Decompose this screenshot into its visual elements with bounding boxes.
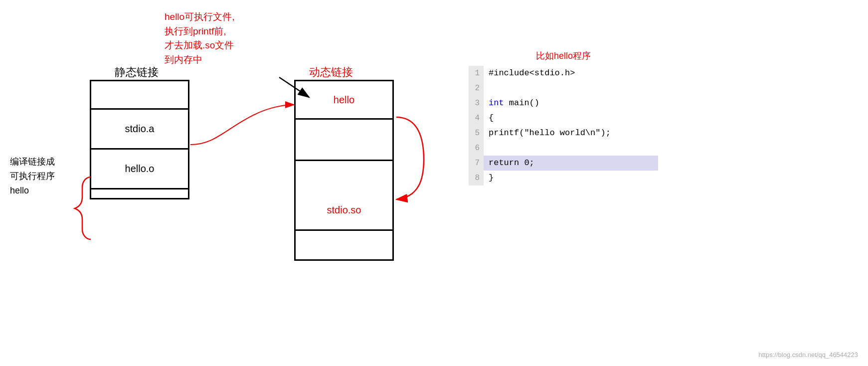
- balloon-line-3: 才去加载.so文件: [165, 38, 234, 53]
- dynamic-label: 动态链接: [309, 65, 353, 80]
- footer-url: https://blog.csdn.net/qq_46544223: [759, 351, 859, 359]
- static-bottom-rail: [90, 189, 189, 199]
- left-ann-line-1: 编译链接成: [10, 155, 55, 169]
- line-code-5: printf("hello world\n");: [484, 126, 611, 141]
- code-panel: 比如hello程序 1#include<stdio.h>23int main()…: [469, 50, 658, 185]
- line-number-4: 4: [469, 111, 484, 126]
- balloon-annotation: hello可执行文件, 执行到printf前, 才去加载.so文件 到内存中: [165, 10, 234, 67]
- line-number-1: 1: [469, 66, 484, 81]
- static-section: 静态链接 stdio.a hello.o: [90, 80, 189, 199]
- line-number-8: 8: [469, 171, 484, 185]
- line-code-1: #include<stdio.h>: [484, 66, 575, 81]
- dynamic-section: 动态链接 hello stdio.so: [294, 80, 394, 261]
- static-cell-stdio: stdio.a: [90, 110, 189, 150]
- code-line-2: 2: [469, 81, 658, 96]
- dynamic-stack: hello stdio.so: [294, 80, 394, 261]
- dynamic-gap-1: [294, 120, 394, 160]
- code-title: 比如hello程序: [469, 50, 658, 62]
- dynamic-cell-stdio: stdio.so: [294, 191, 394, 231]
- line-number-3: 3: [469, 96, 484, 111]
- left-annotation: 编译链接成 可执行程序 hello: [10, 155, 55, 197]
- line-number-2: 2: [469, 81, 484, 96]
- code-line-7: 7 return 0;: [469, 156, 658, 171]
- code-line-1: 1#include<stdio.h>: [469, 66, 658, 81]
- code-block: 1#include<stdio.h>23int main()4{5 printf…: [469, 66, 658, 185]
- line-code-4: {: [484, 111, 494, 126]
- balloon-line-4: 到内存中: [165, 53, 234, 67]
- left-ann-line-3: hello: [10, 183, 55, 198]
- dynamic-bottom-rail: [294, 231, 394, 261]
- code-line-4: 4{: [469, 111, 658, 126]
- code-line-6: 6: [469, 141, 658, 156]
- line-code-3: int main(): [484, 96, 539, 111]
- balloon-line-2: 执行到printf前,: [165, 24, 234, 39]
- main-container: hello可执行文件, 执行到printf前, 才去加载.so文件 到内存中 编…: [0, 0, 868, 366]
- static-label: 静态链接: [115, 65, 159, 80]
- dynamic-gap-2: [294, 161, 394, 191]
- static-stack: stdio.a hello.o: [90, 80, 189, 199]
- code-line-3: 3int main(): [469, 96, 658, 111]
- line-number-7: 7: [469, 156, 484, 171]
- line-code-7: return 0;: [484, 156, 534, 171]
- code-line-5: 5 printf("hello world\n");: [469, 126, 658, 141]
- code-line-8: 8}: [469, 171, 658, 185]
- line-code-8: }: [484, 171, 494, 185]
- left-ann-line-2: 可执行程序: [10, 169, 55, 183]
- balloon-line-1: hello可执行文件,: [165, 10, 234, 24]
- line-number-6: 6: [469, 141, 484, 156]
- static-cell-top-empty: [90, 80, 189, 110]
- static-cell-hello: hello.o: [90, 150, 189, 189]
- line-number-5: 5: [469, 126, 484, 141]
- dynamic-cell-hello: hello: [294, 80, 394, 120]
